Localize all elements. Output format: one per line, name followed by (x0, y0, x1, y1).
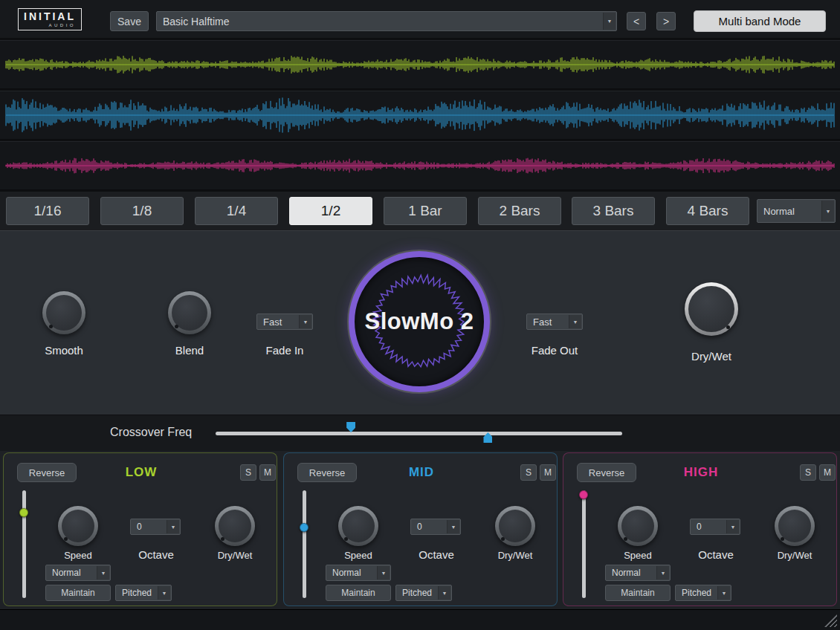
octave-select[interactable]: 0 ▼ (690, 519, 740, 535)
band-mode-value: Normal (612, 568, 641, 578)
preset-select[interactable]: Basic Halftime ▼ (156, 11, 617, 31)
main-controls: Smooth Blend Fast ▼ Fade In SlowMo 2 Fas… (0, 230, 840, 415)
pitch-mode-value: Pitched (682, 588, 711, 598)
trigger-mode-select[interactable]: Normal ▼ (757, 199, 836, 223)
waveform-low-svg (0, 41, 840, 88)
octave-value: 0 (417, 522, 422, 532)
preset-value: Basic Halftime (163, 16, 229, 27)
mute-button[interactable]: M (819, 464, 836, 481)
smooth-label: Smooth (27, 344, 101, 357)
knob-indicator (344, 537, 348, 541)
knob-indicator (781, 537, 784, 541)
band-panel-low: Reverse LOW S M Speed 0 ▼ Octave Dry/Wet… (3, 452, 277, 606)
band-drywet-label: Dry/Wet (761, 550, 828, 561)
division-button-1-8[interactable]: 1/8 (100, 197, 184, 225)
volume-slider-handle[interactable] (19, 508, 28, 517)
maintain-button[interactable]: Maintain (326, 585, 391, 601)
band-panel-mid: Reverse MID S M Speed 0 ▼ Octave Dry/Wet… (283, 452, 558, 606)
mute-button[interactable]: M (259, 464, 276, 481)
band-name: HIGH (645, 465, 757, 480)
division-row: 1/16 1/8 1/4 1/2 1 Bar 2 Bars 3 Bars 4 B… (0, 192, 840, 230)
chevron-down-icon: ▼ (299, 315, 311, 328)
band-name: MID (366, 465, 477, 480)
drywet-knob[interactable] (685, 282, 738, 336)
pitch-mode-select[interactable]: Pitched ▼ (395, 585, 452, 601)
solo-button[interactable]: S (240, 464, 256, 481)
status-bar (0, 609, 840, 630)
knob-indicator (501, 537, 505, 541)
preset-prev-button[interactable]: < (627, 12, 646, 30)
fade-in-select[interactable]: Fast ▼ (256, 314, 313, 330)
plugin-window: INITIAL AUDIO Save Basic Halftime ▼ < > … (0, 0, 840, 630)
knob-indicator (221, 537, 224, 541)
chevron-down-icon: ▼ (656, 566, 669, 579)
crossover-slider-track[interactable] (216, 432, 622, 435)
reverse-button[interactable]: Reverse (297, 463, 357, 482)
preset-next-button[interactable]: > (656, 12, 676, 30)
chevron-down-icon: ▼ (438, 586, 450, 600)
fade-out-value: Fast (533, 316, 552, 328)
maintain-button[interactable]: Maintain (45, 585, 111, 601)
speed-knob[interactable] (618, 506, 658, 546)
band-mode-select[interactable]: Normal ▼ (605, 565, 671, 581)
octave-select[interactable]: 0 ▼ (410, 519, 461, 535)
division-button-4-bars[interactable]: 4 Bars (666, 197, 749, 225)
fade-out-label: Fade Out (517, 344, 592, 357)
chevron-down-icon: ▼ (726, 520, 739, 533)
knob-indicator (175, 325, 178, 328)
division-button-3-bars[interactable]: 3 Bars (572, 197, 655, 225)
brand-logo: INITIAL AUDIO (18, 8, 82, 30)
maintain-button[interactable]: Maintain (605, 585, 671, 601)
slowmo-logo: SlowMo 2 (349, 251, 490, 392)
multiband-mode-button[interactable]: Multi band Mode (694, 10, 826, 32)
octave-select[interactable]: 0 ▼ (130, 519, 181, 535)
chevron-down-icon: ▼ (447, 520, 459, 533)
fade-in-label: Fade In (248, 344, 322, 357)
octave-value: 0 (697, 522, 702, 532)
division-button-1-bar[interactable]: 1 Bar (384, 197, 467, 225)
save-button[interactable]: Save (110, 11, 149, 31)
knob-indicator (49, 325, 53, 328)
blend-knob[interactable] (168, 291, 211, 334)
band-mode-value: Normal (52, 568, 81, 578)
division-button-2-bars[interactable]: 2 Bars (478, 197, 561, 225)
division-button-1-4[interactable]: 1/4 (195, 197, 278, 225)
band-drywet-knob[interactable] (215, 506, 255, 546)
band-mode-select[interactable]: Normal ▼ (326, 565, 391, 581)
volume-slider-track[interactable] (582, 490, 586, 598)
chevron-down-icon: ▼ (603, 13, 616, 30)
brand-subname: AUDIO (24, 23, 76, 27)
band-mode-select[interactable]: Normal ▼ (45, 565, 111, 581)
division-button-1-2[interactable]: 1/2 (289, 197, 372, 225)
brand-name: INITIAL (24, 10, 76, 22)
waveform-low-band (0, 40, 840, 89)
chevron-down-icon: ▼ (717, 586, 730, 600)
speed-knob[interactable] (338, 506, 378, 546)
volume-slider-handle[interactable] (300, 523, 308, 532)
chevron-down-icon: ▼ (158, 586, 170, 600)
division-button-1-16[interactable]: 1/16 (6, 197, 89, 225)
band-drywet-knob[interactable] (775, 506, 815, 546)
volume-slider-track[interactable] (303, 490, 306, 598)
knob-indicator (64, 537, 68, 541)
reverse-button[interactable]: Reverse (577, 463, 636, 482)
volume-slider-track[interactable] (22, 490, 26, 598)
solo-button[interactable]: S (800, 464, 816, 481)
resize-grip[interactable] (824, 614, 837, 627)
fade-out-select[interactable]: Fast ▼ (526, 314, 583, 330)
band-drywet-label: Dry/Wet (201, 550, 268, 561)
pitch-mode-select[interactable]: Pitched ▼ (675, 585, 731, 601)
octave-label: Octave (403, 548, 470, 561)
blend-label: Blend (152, 344, 227, 357)
reverse-button[interactable]: Reverse (17, 463, 77, 482)
speed-knob[interactable] (58, 506, 98, 546)
volume-slider-handle[interactable] (579, 490, 588, 499)
smooth-knob[interactable] (42, 291, 85, 334)
waveform-high-band (0, 141, 840, 190)
band-drywet-knob[interactable] (495, 506, 535, 546)
crossover-handle-low[interactable] (346, 422, 355, 432)
mute-button[interactable]: M (540, 464, 556, 481)
header: INITIAL AUDIO Save Basic Halftime ▼ < > … (0, 0, 840, 39)
solo-button[interactable]: S (520, 464, 537, 481)
pitch-mode-select[interactable]: Pitched ▼ (115, 585, 172, 601)
